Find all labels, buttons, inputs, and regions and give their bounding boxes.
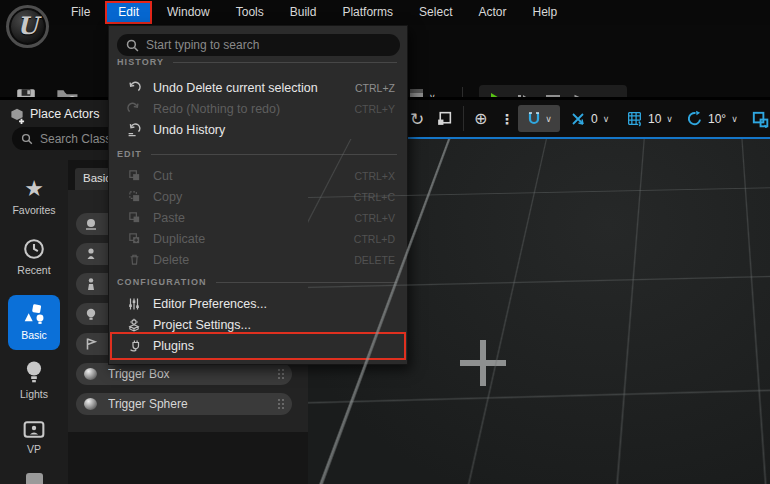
menu-item-undo-history[interactable]: Undo History [109, 119, 407, 140]
rail-item-favorites[interactable]: ★ Favorites [0, 178, 68, 216]
menu-item-undo[interactable]: Undo Delete current selection CTRL+Z [109, 77, 407, 98]
redo-icon [124, 102, 144, 116]
rotate-tool-button[interactable]: ↻ [410, 100, 424, 137]
menu-select[interactable]: Select [406, 0, 465, 25]
menu-window[interactable]: Window [154, 0, 223, 25]
menu-search-input[interactable]: Start typing to search [117, 34, 400, 56]
menu-item-paste: Paste CTRL+V [109, 207, 407, 228]
menu-item-label: Undo Delete current selection [153, 81, 355, 95]
menu-item-shortcut: DELETE [354, 254, 395, 266]
player-start-icon [84, 337, 98, 351]
grid-snapping-button[interactable]: 10 ∨ [626, 100, 673, 137]
menu-item-label: Plugins [153, 339, 395, 353]
menu-item-label: Undo History [153, 123, 395, 137]
palette-item-label: Trigger Box [108, 367, 278, 381]
menu-platforms[interactable]: Platforms [329, 0, 406, 25]
menu-item-shortcut: CTRL+D [354, 233, 395, 245]
duplicate-icon [124, 232, 144, 245]
menubar: File Edit Window Tools Build Platforms S… [0, 0, 770, 25]
search-icon [126, 39, 139, 52]
rail-item-basic[interactable]: Basic [8, 295, 60, 350]
scale-snapping-button[interactable] [751, 100, 769, 137]
menu-file[interactable]: File [58, 0, 103, 25]
menu-item-plugins[interactable]: Plugins [109, 335, 407, 356]
plugins-icon [124, 339, 144, 353]
paste-icon [124, 211, 144, 224]
project-settings-icon [124, 318, 144, 332]
rail-label: VP [27, 443, 41, 455]
palette-item-trigger-sphere[interactable]: Trigger Sphere [76, 393, 292, 415]
search-icon [21, 133, 33, 145]
rotation-snap-icon [686, 110, 703, 127]
menu-build[interactable]: Build [277, 0, 330, 25]
section-label: EDIT [117, 149, 142, 159]
transform-options-kebab[interactable]: ⋮ [500, 100, 514, 137]
menu-item-project-settings[interactable]: Project Settings... [109, 314, 407, 335]
menu-item-label: Project Settings... [153, 318, 395, 332]
unreal-logo-letter: U [17, 11, 38, 40]
sliders-icon [124, 297, 144, 311]
surface-snapping-button[interactable]: ∨ [518, 105, 560, 132]
menu-help[interactable]: Help [519, 0, 570, 25]
actor-snap-icon [570, 111, 586, 127]
menu-item-redo: Redo (Nothing to redo) CTRL+Y [109, 98, 407, 119]
undo-history-icon [124, 123, 144, 137]
menu-item-copy: Copy CTRL+C [109, 186, 407, 207]
menu-search-placeholder: Start typing to search [146, 38, 259, 52]
menu-item-label: Delete [153, 253, 354, 267]
rail-label: Basic [21, 329, 47, 341]
clock-icon [23, 238, 45, 260]
section-label: CONFIGURATION [117, 277, 207, 287]
grid-snap-icon [626, 110, 643, 127]
menu-item-cut: Cut CTRL+X [109, 165, 407, 186]
menu-item-label: Paste [153, 211, 354, 225]
place-actors-icon [8, 107, 26, 125]
copy-icon [124, 190, 144, 203]
world-space-button[interactable]: ⊕ [474, 100, 487, 137]
place-actors-title: Place Actors [30, 107, 99, 121]
palette-item-trigger-box[interactable]: Trigger Box [76, 363, 292, 385]
menu-item-duplicate: Duplicate CTRL+D [109, 228, 407, 249]
menu-actor[interactable]: Actor [465, 0, 519, 25]
palette-empty-area [68, 432, 308, 484]
scale-tool-icon [436, 110, 453, 127]
rotation-snap-value: 10° [708, 112, 726, 126]
menu-item-label: Cut [153, 169, 354, 183]
kebab-icon: ⋮ [500, 112, 514, 126]
delete-icon [124, 253, 144, 266]
cut-icon [124, 169, 144, 182]
rail-item-vp[interactable]: VP [0, 420, 68, 455]
unreal-engine-logo: U [6, 5, 49, 48]
star-icon: ★ [0, 178, 68, 200]
rail-label: Favorites [12, 204, 55, 216]
drag-handle[interactable] [278, 369, 284, 379]
menu-item-shortcut: CTRL+V [354, 212, 395, 224]
rail-item-lights[interactable]: Lights [0, 360, 68, 400]
virtual-production-icon [23, 420, 45, 439]
menu-item-label: Duplicate [153, 232, 354, 246]
actor-snapping-button[interactable]: 0 ∨ [570, 100, 609, 137]
rail-item-partial-icon[interactable] [26, 473, 43, 484]
camera-pivot-crosshair [460, 360, 506, 366]
empty-character-icon [84, 277, 98, 291]
rail-label: Lights [20, 388, 48, 400]
menu-tools[interactable]: Tools [223, 0, 277, 25]
section-edit: EDIT [117, 148, 397, 160]
drag-handle[interactable] [278, 399, 284, 409]
menu-item-label: Copy [153, 190, 354, 204]
menu-item-label: Redo (Nothing to redo) [153, 102, 354, 116]
scale-snap-icon [751, 110, 769, 128]
chevron-down-icon: ∨ [666, 114, 673, 124]
menu-item-shortcut: CTRL+Z [355, 82, 395, 94]
empty-actor-icon [84, 217, 98, 231]
bulb-icon [24, 360, 44, 384]
shapes-icon [22, 303, 46, 325]
menu-edit[interactable]: Edit [105, 1, 152, 24]
edit-menu-dropdown: Start typing to search HISTORY Undo Dele… [108, 25, 408, 365]
rail-item-recent[interactable]: Recent [0, 238, 68, 276]
menu-item-editor-preferences[interactable]: Editor Preferences... [109, 293, 407, 314]
rotation-snapping-button[interactable]: 10° ∨ [686, 100, 738, 137]
scale-tool-button[interactable] [436, 100, 453, 137]
section-history: HISTORY [117, 56, 397, 68]
unreal-editor-window: File Edit Window Tools Build Platforms S… [0, 0, 770, 484]
